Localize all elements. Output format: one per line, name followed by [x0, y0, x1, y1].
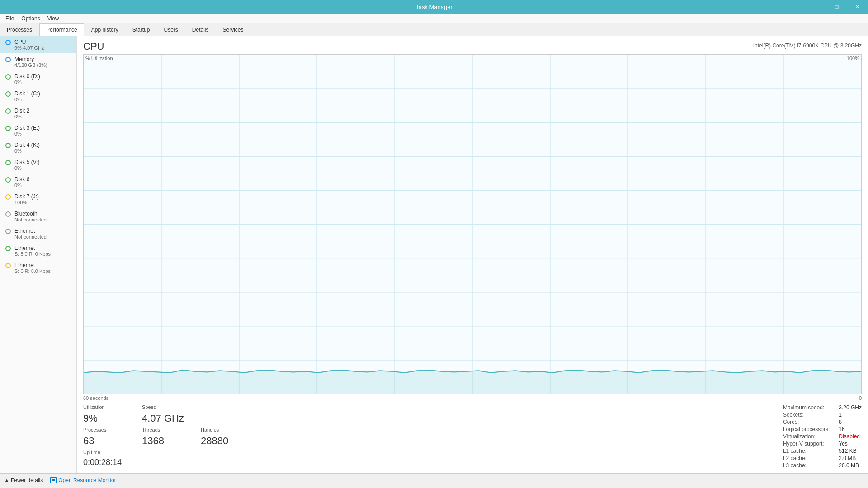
- sidebar-label-disk7: Disk 7 (J:): [14, 193, 39, 200]
- sidebar-item-ethernet3[interactable]: Ethernet S: 0 R: 8.0 Kbps: [0, 259, 76, 277]
- sidebar-dot-disk4: [5, 143, 11, 148]
- tab-services[interactable]: Services: [216, 23, 250, 36]
- sidebar-sub-bluetooth: Not connected: [14, 217, 47, 222]
- maxspeed-label: Maximum speed:: [783, 404, 830, 411]
- open-monitor-label: Open Resource Monitor: [58, 477, 116, 483]
- sidebar-label-disk6: Disk 6: [14, 176, 29, 183]
- tab-app-history[interactable]: App history: [85, 23, 125, 36]
- sidebar-item-memory[interactable]: Memory 4/128 GB (3%): [0, 53, 76, 70]
- chart-grid-svg: [84, 55, 861, 394]
- sidebar: CPU 9% 4.07 GHz Memory 4/128 GB (3%) Dis…: [0, 36, 77, 473]
- sidebar-sub-memory: 4/128 GB (3%): [14, 62, 47, 68]
- sidebar-item-disk5[interactable]: Disk 5 (V:) 0%: [0, 156, 76, 174]
- uptime-value: 0:00:28:14: [83, 458, 128, 467]
- sidebar-sub-disk5: 0%: [14, 165, 40, 171]
- logical-value: 16: [839, 426, 862, 432]
- bottom-bar: ▲ Fewer details Open Resource Monitor: [0, 473, 868, 487]
- tab-details[interactable]: Details: [185, 23, 216, 36]
- sidebar-label-disk3: Disk 3 (E:): [14, 125, 40, 131]
- speed-label: Speed: [142, 404, 187, 410]
- cores-label: Cores:: [783, 419, 830, 425]
- sidebar-item-cpu[interactable]: CPU 9% 4.07 GHz: [0, 36, 76, 53]
- sidebar-label-bluetooth: Bluetooth: [14, 211, 47, 217]
- stats-col-speed: Speed 4.07 GHz Threads 1368: [142, 404, 187, 469]
- l1-value: 512 KB: [839, 448, 862, 454]
- sidebar-item-disk6[interactable]: Disk 6 0%: [0, 174, 76, 191]
- tab-processes[interactable]: Processes: [0, 23, 39, 36]
- menu-view[interactable]: View: [44, 14, 63, 23]
- sidebar-item-disk7[interactable]: Disk 7 (J:) 100%: [0, 191, 76, 208]
- sidebar-sub-cpu: 9% 4.07 GHz: [14, 45, 44, 51]
- sidebar-sub-ethernet2: S: 8.0 R: 0 Kbps: [14, 251, 51, 257]
- chart-right-label: 0: [859, 395, 862, 401]
- sidebar-sub-ethernet1: Not connected: [14, 234, 47, 239]
- sidebar-dot-disk6: [5, 177, 11, 183]
- sidebar-dot-disk0: [5, 74, 11, 80]
- sidebar-item-disk1[interactable]: Disk 1 (C:) 0%: [0, 88, 76, 105]
- sidebar-sub-ethernet3: S: 0 R: 8.0 Kbps: [14, 268, 51, 274]
- open-resource-monitor-button[interactable]: Open Resource Monitor: [50, 477, 116, 483]
- threads-value: 1368: [142, 435, 187, 447]
- hyperv-value: Yes: [839, 441, 862, 447]
- sidebar-dot-disk5: [5, 160, 11, 165]
- sidebar-label-cpu: CPU: [14, 39, 44, 45]
- sidebar-dot-memory: [5, 57, 11, 62]
- window-title: Task Manager: [415, 4, 453, 10]
- content-area: CPU Intel(R) Core(TM) i7-6900K CPU @ 3.2…: [77, 36, 868, 473]
- close-button[interactable]: ✕: [847, 0, 868, 14]
- sidebar-label-disk4: Disk 4 (K:): [14, 142, 40, 148]
- l2-label: L2 cache:: [783, 455, 830, 461]
- logical-label: Logical processors:: [783, 426, 830, 432]
- utilization-label: Utilization: [83, 404, 128, 410]
- sidebar-sub-disk7: 100%: [14, 200, 39, 205]
- utilization-value: 9%: [83, 413, 128, 424]
- cores-value: 8: [839, 419, 862, 425]
- sidebar-label-disk0: Disk 0 (D:): [14, 73, 40, 80]
- sidebar-label-ethernet1: Ethernet: [14, 228, 47, 234]
- sidebar-item-ethernet1[interactable]: Ethernet Not connected: [0, 225, 76, 242]
- stats-col-utilization: Utilization 9% Processes 63 Up time 0:00…: [83, 404, 128, 469]
- sidebar-dot-disk2: [5, 108, 11, 114]
- processes-label: Processes: [83, 427, 128, 432]
- window-controls: – □ ✕: [806, 0, 868, 14]
- sidebar-dot-ethernet3: [5, 263, 11, 268]
- content-title: CPU: [83, 41, 104, 52]
- processes-value: 63: [83, 435, 128, 447]
- chart-time-label: 60 seconds: [83, 395, 108, 401]
- menu-file[interactable]: File: [2, 14, 18, 23]
- sidebar-item-bluetooth[interactable]: Bluetooth Not connected: [0, 208, 76, 225]
- sidebar-label-disk1: Disk 1 (C:): [14, 90, 40, 97]
- tab-performance[interactable]: Performance: [39, 23, 84, 36]
- sidebar-sub-disk1: 0%: [14, 97, 40, 102]
- minimize-button[interactable]: –: [806, 0, 826, 14]
- menu-options[interactable]: Options: [18, 14, 43, 23]
- content-header: CPU Intel(R) Core(TM) i7-6900K CPU @ 3.2…: [83, 41, 862, 52]
- l2-value: 2.0 MB: [839, 455, 862, 461]
- svg-marker-18: [84, 370, 861, 394]
- handles-value: 28880: [201, 435, 246, 447]
- cpu-chart: % Utilization 100%: [83, 54, 862, 394]
- sidebar-item-disk3[interactable]: Disk 3 (E:) 0%: [0, 122, 76, 139]
- tab-users[interactable]: Users: [157, 23, 184, 36]
- chart-footer: 60 seconds 0: [83, 394, 862, 401]
- sidebar-label-disk5: Disk 5 (V:): [14, 159, 40, 165]
- sidebar-item-disk0[interactable]: Disk 0 (D:) 0%: [0, 70, 76, 88]
- hyperv-label: Hyper-V support:: [783, 441, 830, 447]
- tab-startup[interactable]: Startup: [126, 23, 157, 36]
- sidebar-label-disk2: Disk 2: [14, 108, 29, 114]
- sidebar-dot-disk3: [5, 126, 11, 131]
- maxspeed-value: 3.20 GHz: [839, 404, 862, 411]
- cpu-model: Intel(R) Core(TM) i7-6900K CPU @ 3.20GHz: [753, 42, 862, 49]
- fewer-details-button[interactable]: ▲ Fewer details: [5, 477, 43, 483]
- sockets-label: Sockets:: [783, 412, 830, 418]
- l3-value: 20.0 MB: [839, 462, 862, 469]
- sidebar-sub-disk0: 0%: [14, 80, 40, 85]
- sidebar-item-ethernet2[interactable]: Ethernet S: 8.0 R: 0 Kbps: [0, 242, 76, 259]
- threads-label: Threads: [142, 427, 187, 432]
- virt-label: Virtualization:: [783, 433, 830, 440]
- maximize-button[interactable]: □: [826, 0, 847, 14]
- tab-bar: Processes Performance App history Startu…: [0, 23, 868, 36]
- sidebar-item-disk2[interactable]: Disk 2 0%: [0, 105, 76, 122]
- sidebar-dot-disk1: [5, 91, 11, 97]
- sidebar-item-disk4[interactable]: Disk 4 (K:) 0%: [0, 139, 76, 156]
